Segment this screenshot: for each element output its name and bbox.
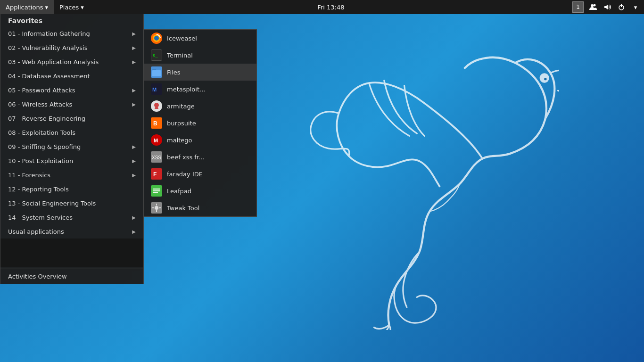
menu-item-label: 13 - Social Engineering Tools	[8, 200, 96, 207]
terminal-icon: $_	[151, 49, 162, 61]
submenu-item-leafpad[interactable]: Leafpad	[144, 182, 256, 199]
submenu-item-label: Tweak Tool	[167, 205, 199, 212]
taskbar-left: Applications ▾ Places ▾	[0, 0, 90, 14]
files-icon	[151, 66, 162, 78]
svg-text:B: B	[153, 120, 157, 127]
svg-rect-29	[153, 192, 158, 193]
menu-item-vuln-analysis[interactable]: 02 - Vulnerability Analysis ▶	[0, 41, 143, 55]
power-icon-button[interactable]	[615, 0, 628, 14]
submenu-item-files[interactable]: Files	[144, 64, 256, 81]
activities-overview-label: Activities Overview	[8, 273, 67, 280]
datetime-label: Fri 13:48	[317, 4, 344, 11]
applications-menu-button[interactable]: Applications ▾	[0, 0, 54, 14]
submenu-arrow-icon: ▶	[132, 229, 136, 234]
menu-item-exploitation[interactable]: 08 - Exploitation Tools	[0, 125, 143, 140]
menu-item-reporting[interactable]: 12 - Reporting Tools	[0, 182, 143, 196]
menu-item-database[interactable]: 04 - Database Assessment	[0, 69, 143, 83]
places-label: Places	[59, 4, 79, 11]
taskbar: Applications ▾ Places ▾ Fri 13:48 1	[0, 0, 644, 14]
svg-point-31	[155, 206, 158, 210]
submenu-item-label: armitage	[167, 103, 195, 110]
taskbar-right: 1 ▾	[572, 0, 644, 14]
menu-item-system[interactable]: 14 - System Services ▶	[0, 210, 143, 224]
menu-item-label: 10 - Post Exploitation	[8, 157, 73, 165]
menu-item-label: 05 - Password Attacks	[8, 87, 75, 94]
svg-rect-13	[152, 70, 161, 76]
submenu-item-label: Files	[167, 69, 181, 76]
menu-item-wireless[interactable]: 06 - Wireless Attacks ▶	[0, 97, 143, 111]
menu-item-label: 04 - Database Assessment	[8, 73, 90, 80]
users-icon-button[interactable]	[586, 0, 600, 14]
taskbar-clock: Fri 13:48	[90, 4, 572, 11]
burpsuite-icon: B	[151, 117, 162, 129]
submenu-arrow-icon: ▶	[132, 88, 136, 93]
users-icon	[589, 3, 597, 11]
svg-point-3	[594, 4, 596, 7]
leafpad-icon	[151, 185, 162, 197]
dropdown-arrow-icon-button[interactable]: ▾	[629, 0, 642, 14]
submenu-arrow-icon: ▶	[132, 158, 136, 164]
submenu-item-beef[interactable]: XSS beef xss fr...	[144, 148, 256, 165]
menu-item-reverse[interactable]: 07 - Reverse Engineering	[0, 111, 143, 125]
power-icon	[618, 3, 625, 11]
metasploit-icon: M	[151, 83, 162, 95]
menu-item-label: 11 - Forensics	[8, 172, 50, 179]
submenu-item-faraday[interactable]: F faraday IDE	[144, 165, 256, 182]
workspace-button[interactable]: 1	[572, 1, 584, 13]
menu-spacer	[0, 239, 143, 267]
submenu-item-metasploit[interactable]: M metasploit...	[144, 81, 256, 98]
submenu-item-burpsuite[interactable]: B burpsuite	[144, 115, 256, 132]
svg-text:M: M	[152, 87, 157, 92]
menu-item-usual[interactable]: Usual applications ▶	[0, 224, 143, 239]
applications-menu: Favorites 01 - Information Gathering ▶ 0…	[0, 14, 144, 284]
submenu-item-label: maltego	[167, 137, 192, 144]
beef-icon: XSS	[151, 151, 162, 163]
faraday-icon: F	[151, 168, 162, 180]
menu-item-label: 12 - Reporting Tools	[8, 186, 69, 193]
system-menu-arrow: ▾	[634, 4, 637, 11]
submenu-item-label: Leafpad	[167, 188, 191, 195]
svg-marker-4	[604, 5, 608, 9]
iceweasel-icon	[151, 33, 162, 44]
submenu-item-label: Terminal	[167, 52, 193, 59]
menu-item-forensics[interactable]: 11 - Forensics ▶	[0, 168, 143, 182]
menu-item-label: 09 - Sniffing & Spoofing	[8, 143, 81, 150]
submenu-item-label: Iceweasel	[167, 35, 197, 42]
submenu-arrow-icon: ▶	[132, 45, 136, 50]
menu-item-info-gathering[interactable]: 01 - Information Gathering ▶	[0, 26, 143, 41]
submenu-item-tweak[interactable]: Tweak Tool	[144, 199, 256, 216]
places-menu-button[interactable]: Places ▾	[54, 0, 90, 14]
menu-item-sniffing[interactable]: 09 - Sniffing & Spoofing ▶	[0, 140, 143, 154]
submenu-arrow-icon: ▶	[132, 173, 136, 178]
submenu-arrow-icon: ▶	[132, 144, 136, 149]
submenu-item-armitage[interactable]: armitage	[144, 98, 256, 115]
submenu-item-terminal[interactable]: $_ Terminal	[144, 47, 256, 64]
volume-icon-button[interactable]	[601, 0, 614, 14]
svg-point-1	[544, 77, 548, 81]
menu-item-password[interactable]: 05 - Password Attacks ▶	[0, 83, 143, 97]
menu-item-web-app[interactable]: 03 - Web Application Analysis ▶	[0, 55, 143, 69]
svg-text:XSS: XSS	[152, 155, 161, 160]
svg-text:F: F	[153, 171, 157, 178]
svg-point-2	[591, 4, 594, 7]
submenu-item-label: faraday IDE	[167, 171, 203, 178]
submenu-item-label: metasploit...	[167, 86, 205, 93]
volume-icon	[603, 3, 611, 11]
submenu-item-iceweasel[interactable]: Iceweasel	[144, 30, 256, 47]
svg-rect-27	[153, 189, 160, 189]
submenu-item-maltego[interactable]: M maltego	[144, 132, 256, 148]
places-arrow-icon: ▾	[81, 4, 84, 11]
menu-item-social[interactable]: 13 - Social Engineering Tools	[0, 196, 143, 210]
menu-item-label: 08 - Exploitation Tools	[8, 129, 75, 136]
menu-item-label: 02 - Vulnerability Analysis	[8, 44, 87, 51]
submenu-arrow-icon: ▶	[132, 31, 136, 36]
activities-overview-button[interactable]: Activities Overview	[0, 269, 143, 284]
workspace-number: 1	[576, 4, 580, 10]
svg-text:M: M	[154, 138, 158, 143]
menu-item-post-exploit[interactable]: 10 - Post Exploitation ▶	[0, 154, 143, 168]
submenu-arrow-icon: ▶	[132, 215, 136, 220]
favorites-submenu: Iceweasel $_ Terminal Files M	[144, 29, 257, 217]
menu-item-label: Usual applications	[8, 228, 64, 235]
menu-item-label: 06 - Wireless Attacks	[8, 101, 72, 108]
favorites-header: Favorites	[0, 14, 143, 26]
